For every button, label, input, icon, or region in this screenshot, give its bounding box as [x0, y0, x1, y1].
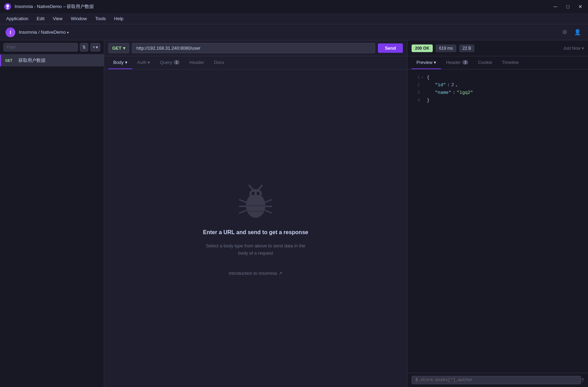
method-select[interactable]: GET ▾ [108, 43, 129, 53]
url-bar: GET ▾ Send [104, 40, 407, 56]
menu-application[interactable]: Application [3, 15, 32, 23]
filter-input[interactable] [3, 43, 78, 51]
response-time: 619 ms [436, 44, 456, 52]
method-label: GET [112, 46, 122, 51]
add-chevron-icon: ▾ [96, 45, 98, 50]
svg-line-10 [265, 200, 272, 202]
tab-header-label: Header [189, 60, 204, 65]
svg-point-4 [249, 189, 262, 199]
help-icon[interactable]: ? [581, 377, 584, 383]
status-badge: 200 OK [412, 44, 433, 52]
response-size: 22 B [459, 44, 475, 52]
response-body: 1 ▾ { 2 "id" : 2 , 3 "name" : "lgq2" [407, 69, 588, 373]
close-button[interactable]: ✕ [577, 4, 584, 9]
timestamp-display: Just Now ▾ [563, 46, 584, 51]
tab-response-header-label: Header [446, 60, 461, 65]
send-button[interactable]: Send [378, 43, 403, 53]
tab-auth-label: Auth [137, 60, 147, 65]
tab-query-label: Query [160, 60, 172, 65]
hint-title: Enter a URL and send to get a response [203, 229, 308, 236]
timestamp-chevron-icon: ▾ [582, 46, 584, 51]
svg-line-12 [265, 211, 272, 213]
tab-docs-label: Docs [214, 60, 224, 65]
svg-point-2 [7, 7, 9, 9]
method-badge: GET [5, 59, 16, 63]
sidebar: ⇅ + ▾ GET 获取用户数据 [0, 40, 104, 387]
menu-view[interactable]: View [49, 15, 66, 23]
response-footer: ? [407, 373, 588, 387]
project-chevron-icon: ▾ [67, 31, 69, 34]
maximize-button[interactable]: □ [564, 4, 571, 9]
tab-cookie-label: Cookie [478, 60, 492, 65]
jq-filter-input[interactable] [412, 376, 581, 384]
tab-response-header[interactable]: Header 3 [441, 56, 473, 69]
projectbar-actions: ⚙ 👤 [561, 27, 582, 37]
tab-preview-chevron-icon: ▾ [434, 60, 436, 65]
bug-icon [235, 181, 276, 222]
svg-line-6 [258, 186, 262, 190]
json-line-4: 4 } [412, 97, 584, 104]
window-title: Insomnia - NativeDemo – 获取用户数据 [15, 3, 548, 10]
sort-button[interactable]: ⇅ [80, 43, 88, 51]
projectbar: I Insomnia / NativeDemo ▾ ⚙ 👤 [0, 24, 588, 40]
request-tab-bar: Body ▾ Auth ▾ Query 1 Header Docs [104, 56, 407, 69]
project-path[interactable]: Insomnia / NativeDemo ▾ [19, 30, 69, 35]
request-name: 获取用户数据 [18, 57, 45, 64]
sort-icon: ⇅ [82, 45, 86, 50]
project-logo: I [6, 27, 15, 37]
timestamp-text: Just Now [563, 46, 580, 51]
json-line-3: 3 "name" : "lgq2" [412, 89, 584, 97]
response-panel: 200 OK 619 ms 22 B Just Now ▾ Preview ▾ … [407, 40, 588, 387]
tab-auth[interactable]: Auth ▾ [132, 56, 155, 69]
tab-timeline[interactable]: Timeline [497, 56, 524, 69]
query-badge: 1 [174, 60, 180, 65]
svg-point-13 [252, 192, 255, 195]
project-base: Insomnia [19, 30, 37, 35]
main-layout: ⇅ + ▾ GET 获取用户数据 GET ▾ Send Body [0, 40, 588, 387]
menubar: Application Edit View Window Tools Help [0, 13, 588, 24]
header-badge: 3 [462, 60, 469, 65]
list-item[interactable]: GET 获取用户数据 [0, 55, 104, 66]
json-line-2: 2 "id" : 2 , [412, 81, 584, 89]
response-toolbar: 200 OK 619 ms 22 B Just Now ▾ [407, 40, 588, 56]
method-chevron-icon: ▾ [123, 46, 125, 51]
tab-body-label: Body [113, 60, 124, 65]
menu-help[interactable]: Help [111, 15, 127, 23]
body-area: Enter a URL and send to get a response S… [104, 69, 407, 387]
svg-line-9 [240, 211, 246, 213]
json-line-1: 1 ▾ { [412, 74, 584, 81]
settings-icon[interactable]: ⚙ [561, 27, 569, 37]
toggle-icon[interactable]: ▾ [421, 75, 425, 81]
svg-line-7 [240, 200, 246, 202]
menu-tools[interactable]: Tools [92, 15, 109, 23]
tab-header[interactable]: Header [184, 56, 209, 69]
tab-auth-chevron-icon: ▾ [148, 60, 150, 65]
intro-link-text: Introduction to Insomnia [229, 271, 277, 276]
add-request-button[interactable]: + ▾ [90, 43, 100, 51]
app-logo [4, 3, 11, 10]
tab-query[interactable]: Query 1 [155, 56, 184, 69]
hint-subtitle: Select a body type from above to send da… [206, 242, 305, 257]
svg-point-1 [6, 5, 9, 7]
request-panel: GET ▾ Send Body ▾ Auth ▾ Query 1 Header [104, 40, 407, 387]
tab-docs[interactable]: Docs [209, 56, 229, 69]
menu-edit[interactable]: Edit [33, 15, 48, 23]
tab-timeline-label: Timeline [502, 60, 519, 65]
menu-window[interactable]: Window [67, 15, 90, 23]
tab-preview[interactable]: Preview ▾ [412, 56, 441, 69]
window-controls: ─ □ ✕ [552, 4, 584, 9]
tab-body-chevron-icon: ▾ [125, 60, 127, 65]
project-name: NativeDemo [41, 30, 66, 35]
svg-line-5 [249, 186, 253, 190]
url-input[interactable] [132, 43, 375, 53]
response-tab-bar: Preview ▾ Header 3 Cookie Timeline [407, 56, 588, 69]
intro-link[interactable]: Introduction to Insomnia ↗ [229, 271, 283, 276]
account-icon[interactable]: 👤 [573, 27, 582, 37]
titlebar: Insomnia - NativeDemo – 获取用户数据 ─ □ ✕ [0, 0, 588, 13]
tab-cookie[interactable]: Cookie [473, 56, 497, 69]
tab-body[interactable]: Body ▾ [108, 56, 132, 69]
external-link-icon: ↗ [279, 271, 282, 276]
sidebar-toolbar: ⇅ + ▾ [0, 40, 104, 55]
minimize-button[interactable]: ─ [552, 4, 559, 9]
add-icon: + [93, 45, 95, 50]
